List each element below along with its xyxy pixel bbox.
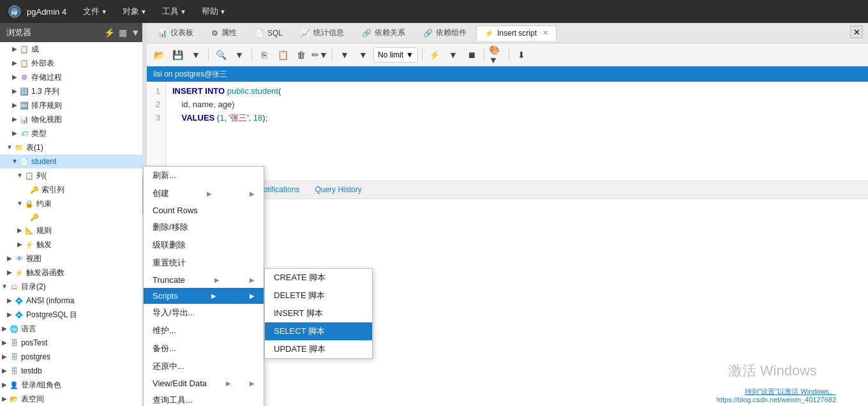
context-menu-refresh[interactable]: 刷新...: [144, 167, 264, 184]
list-item[interactable]: ▶ ⚡ 触发: [0, 237, 146, 252]
copy-button[interactable]: ⎘: [256, 47, 273, 63]
submenu-insert-script[interactable]: INSERT 脚本: [265, 304, 372, 322]
toolbar-sep-1: [208, 49, 209, 61]
list-item[interactable]: ▼ 📄 student: [0, 154, 146, 169]
list-item[interactable]: ▶ ⚙ 存储过程: [0, 70, 146, 84]
list-item[interactable]: ▶ 📊 物化视图: [0, 112, 146, 126]
list-item[interactable]: ▼ 📋 列(: [0, 169, 146, 183]
context-menu-query-tool[interactable]: 查询工具...: [144, 391, 264, 406]
context-menu-truncate[interactable]: Truncate ▶: [144, 272, 264, 288]
list-item[interactable]: ▼ 🔒 约束: [0, 197, 146, 211]
sidebar-header: 浏览器 ⚡ ▦ ▼: [0, 23, 146, 42]
filter-button[interactable]: ▼: [336, 47, 353, 63]
table-icon: 📋: [19, 44, 29, 54]
tab-properties[interactable]: ⚙ 属性: [203, 24, 245, 41]
tab-dependencies[interactable]: 🔗 依赖关系: [354, 24, 414, 41]
tab-statistics[interactable]: 📈 统计信息: [292, 24, 352, 41]
save-button[interactable]: 💾: [169, 47, 186, 63]
list-item[interactable]: ▶ 👤 登录/组角色: [0, 378, 146, 392]
table-student-icon: 📄: [19, 156, 29, 167]
context-menu-delete[interactable]: 删除/移除: [144, 218, 264, 236]
menu-tools[interactable]: 工具▼: [156, 3, 193, 20]
list-item[interactable]: ▼ 📁 表(1): [0, 140, 146, 154]
list-item[interactable]: ▶ 🏷 类型: [0, 126, 146, 140]
find-button[interactable]: 🔍: [213, 47, 229, 63]
dashboard-icon: 📊: [158, 29, 167, 38]
list-item[interactable]: ▶ 🔢 1.3 序列: [0, 84, 146, 98]
context-menu-cascade-delete[interactable]: 级联删除: [144, 236, 264, 254]
menu-help[interactable]: 帮助▼: [195, 3, 232, 20]
context-menu: 刷新... 创建 ▶ Count Rows 删除/移除 级联删除 重置统计 Tr…: [143, 166, 264, 406]
submenu-select-script[interactable]: SELECT 脚本: [265, 322, 372, 340]
panel-close-button[interactable]: ✕: [850, 26, 863, 38]
limit-dropdown[interactable]: No limit ▼: [373, 47, 418, 63]
list-item[interactable]: ▶ 🗄 testdb: [0, 364, 146, 378]
open-file-button[interactable]: 📂: [151, 47, 167, 63]
list-item[interactable]: ▶ 💠 ANSI (informa: [0, 294, 146, 308]
stop-button[interactable]: ⏹: [463, 47, 480, 63]
context-menu-view-edit[interactable]: View/Edit Data ▶: [144, 375, 264, 391]
format-button[interactable]: 🎨▼: [488, 47, 505, 63]
find-dropdown-button[interactable]: ▼: [231, 47, 248, 63]
trigger-icon: ⚡: [24, 239, 34, 250]
list-item[interactable]: ▶ 📐 规则: [0, 223, 146, 237]
statistics-icon: 📈: [301, 29, 310, 38]
app-logo: pg pgAdmin 4: [8, 4, 66, 19]
scripts-submenu: CREATE 脚本 DELETE 脚本 INSERT 脚本 SELECT 脚本 …: [264, 268, 373, 359]
run-dropdown-button[interactable]: ▼: [445, 47, 461, 63]
titlebar-menu: 文件▼ 对象▼ 工具▼ 帮助▼: [77, 3, 232, 20]
sidebar-refresh-icon[interactable]: ⚡: [104, 27, 115, 38]
menu-file[interactable]: 文件▼: [77, 3, 114, 20]
toolbar-sep-2: [251, 49, 252, 61]
context-menu-restore[interactable]: 还原中...: [144, 357, 264, 375]
list-item[interactable]: ▶ 🌐 语言: [0, 322, 146, 336]
list-item[interactable]: ▼ 🗂 目录(2): [0, 280, 146, 294]
download-button[interactable]: ⬇: [513, 47, 530, 63]
list-item[interactable]: ▶ 🗄 posTest: [0, 336, 146, 350]
triggerfn-icon: ⚡: [14, 267, 24, 278]
seq-icon: 🔢: [19, 86, 29, 96]
list-item[interactable]: ▶ 💠 PostgreSQL 目: [0, 308, 146, 322]
tab-query-history[interactable]: Query History: [308, 183, 368, 197]
dependencies-icon: 🔗: [362, 29, 371, 38]
context-menu-import-export[interactable]: 导入/导出...: [144, 304, 264, 322]
list-item[interactable]: ▶ 📂 表空间: [0, 392, 146, 406]
list-item[interactable]: ▶ 🗄 postgres: [0, 350, 146, 364]
tab-dashboard[interactable]: 📊 仪表板: [149, 24, 202, 41]
submenu-create-script[interactable]: CREATE 脚本: [265, 269, 372, 287]
delete-button[interactable]: 🗑: [293, 47, 310, 63]
run-button[interactable]: ⚡: [426, 47, 443, 63]
tab-dependents[interactable]: 🔗 依赖组件: [415, 24, 475, 41]
matview-icon: 📊: [19, 114, 29, 124]
menu-object[interactable]: 对象▼: [116, 3, 153, 20]
list-item[interactable]: ▶ 👁 视图: [0, 252, 146, 266]
save-dropdown-button[interactable]: ▼: [188, 47, 204, 63]
list-item[interactable]: ▶ 📋 成: [0, 42, 146, 56]
tablespace-icon: 📂: [9, 394, 19, 404]
sidebar-grid-icon[interactable]: ▦: [119, 27, 127, 38]
list-item[interactable]: ▶ 🔤 排序规则: [0, 98, 146, 112]
toolbar-sep-5: [484, 49, 484, 61]
list-item[interactable]: ▶ ⚡ 触发器函数: [0, 266, 146, 280]
context-menu-scripts[interactable]: Scripts ▶: [144, 288, 264, 304]
context-menu-reset-stats[interactable]: 重置统计: [144, 254, 264, 272]
context-menu-create[interactable]: 创建 ▶: [144, 184, 264, 202]
list-item[interactable]: ▶ 📋 外部表: [0, 56, 146, 70]
context-menu-count-rows[interactable]: Count Rows: [144, 202, 264, 218]
sidebar-filter-icon[interactable]: ▼: [131, 27, 140, 38]
list-item[interactable]: 🔑: [0, 211, 146, 223]
proc-icon: ⚙: [19, 72, 29, 82]
list-item[interactable]: 🔑 索引列: [0, 183, 146, 197]
tab-sql[interactable]: 📄 SQL: [246, 26, 291, 41]
filter2-button[interactable]: ▼: [355, 47, 371, 63]
context-menu-backup[interactable]: 备份...: [144, 340, 264, 357]
tab-insert-script[interactable]: ⚡ Insert script ✕: [476, 26, 557, 41]
editor-connection-bar: lisi on postgres@张三: [147, 66, 868, 82]
tab-close-icon[interactable]: ✕: [542, 29, 548, 37]
edit-dropdown-button[interactable]: ✏▼: [311, 47, 328, 63]
context-menu-maintenance[interactable]: 维护...: [144, 322, 264, 340]
paste-button[interactable]: 📋: [274, 47, 291, 63]
submenu-delete-script[interactable]: DELETE 脚本: [265, 287, 372, 304]
submenu-update-script[interactable]: UPDATE 脚本: [265, 340, 372, 358]
type-icon: 🏷: [19, 128, 29, 139]
